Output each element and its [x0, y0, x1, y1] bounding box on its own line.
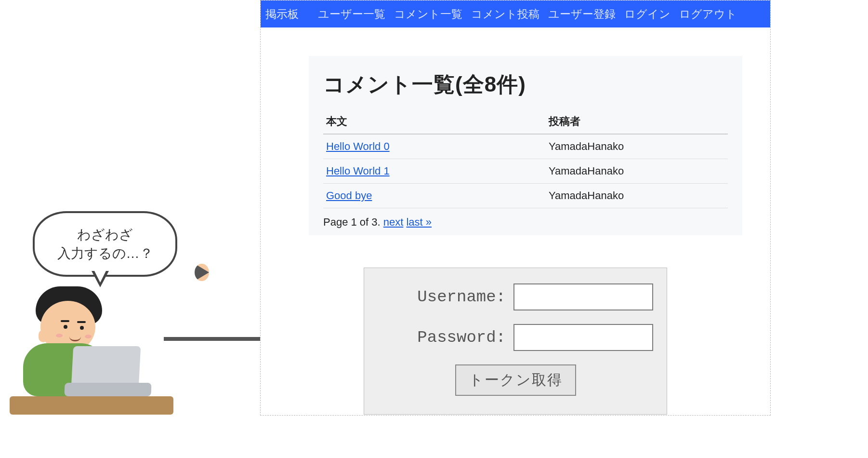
- person-eye: [64, 325, 67, 329]
- table-header-row: 本文 投稿者: [323, 110, 728, 134]
- pager-next[interactable]: next: [383, 216, 404, 228]
- nav-logout[interactable]: ログアウト: [679, 7, 737, 22]
- comment-link[interactable]: Hello World 0: [326, 140, 390, 152]
- comment-link[interactable]: Good bye: [326, 189, 372, 202]
- username-input[interactable]: [513, 283, 653, 310]
- speech-bubble: わざわざ 入力するの…？: [33, 211, 177, 277]
- speech-line-1: わざわざ: [77, 225, 133, 244]
- title-suffix: 件): [497, 72, 526, 96]
- comment-link[interactable]: Hello World 1: [326, 165, 390, 177]
- person-brow: [61, 320, 69, 322]
- navbar: 掲示板 ユーザー一覧 コメント一覧 コメント投稿 ユーザー登録 ログイン ログア…: [261, 0, 770, 27]
- arrow-head: [195, 264, 209, 281]
- table-row: Hello World 1 YamadaHanako: [323, 159, 728, 184]
- comments-table: 本文 投稿者 Hello World 0 YamadaHanako Hello …: [323, 110, 728, 208]
- laptop-screen: [71, 346, 141, 388]
- pager-last[interactable]: last »: [406, 216, 432, 228]
- content-card: コメント一覧(全8件) 本文 投稿者 Hello World 0 YamadaH…: [309, 56, 742, 235]
- nav-comment-post[interactable]: コメント投稿: [471, 7, 539, 22]
- title-prefix: コメント一覧(全: [323, 72, 485, 96]
- nav-comment-list[interactable]: コメント一覧: [394, 7, 462, 22]
- nav-user-list[interactable]: ユーザー一覧: [318, 7, 385, 22]
- comment-author: YamadaHanako: [546, 184, 728, 208]
- pager: Page 1 of 3. next last »: [323, 216, 728, 229]
- table-row: Hello World 0 YamadaHanako: [323, 134, 728, 159]
- pager-status: Page 1 of 3.: [323, 216, 383, 228]
- title-count: 8: [485, 72, 497, 96]
- person-brow: [77, 321, 86, 323]
- token-form: Username: Password: トークン取得: [364, 268, 667, 415]
- password-input[interactable]: [513, 324, 653, 351]
- person-ear: [39, 330, 48, 342]
- brand[interactable]: 掲示板: [265, 7, 299, 22]
- username-label: Username:: [379, 288, 513, 306]
- person-eye: [80, 326, 84, 330]
- person-at-laptop-illustration: [10, 284, 173, 415]
- speech-line-2: 入力するの…？: [57, 244, 153, 263]
- comment-author: YamadaHanako: [546, 134, 728, 159]
- page-title: コメント一覧(全8件): [323, 70, 728, 99]
- get-token-button[interactable]: トークン取得: [455, 364, 576, 396]
- table-row: Good bye YamadaHanako: [323, 184, 728, 208]
- person-blush: [85, 335, 92, 338]
- password-label: Password:: [379, 328, 513, 347]
- person-blush: [56, 334, 63, 337]
- nav-login[interactable]: ログイン: [624, 7, 671, 22]
- comment-author: YamadaHanako: [546, 159, 728, 184]
- col-author: 投稿者: [546, 110, 728, 134]
- stage: わざわざ 入力するの…？ 掲示板 ユーザー一覧 コメント一覧 コメン: [0, 0, 868, 458]
- col-body: 本文: [323, 110, 546, 134]
- nav-user-register[interactable]: ユーザー登録: [548, 7, 616, 22]
- desk: [10, 396, 173, 415]
- laptop-keyboard: [65, 383, 152, 396]
